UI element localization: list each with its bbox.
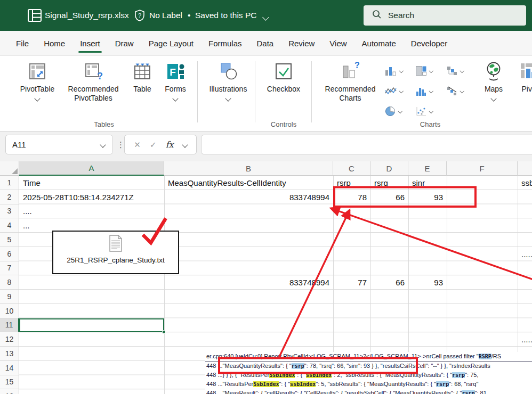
cell-G1[interactable]: ssb [518,176,532,190]
embedded-object-filename: 25R1_RSRP_cplane_Study.txt [67,256,165,264]
line-chart-button[interactable] [385,86,416,96]
pie-chart-button[interactable] [385,106,416,117]
cell-C2[interactable]: 78 [333,190,370,204]
formula-input[interactable] [201,135,532,154]
tab-file[interactable]: File [9,31,36,55]
name-box[interactable]: A11 [5,135,113,154]
excel-app-icon [28,9,42,24]
row-header-15[interactable]: 15 [0,375,19,390]
name-box-chevron-icon[interactable] [100,142,106,147]
tab-home[interactable]: Home [36,31,72,55]
column-header-C[interactable]: C [333,161,370,176]
tab-draw[interactable]: Draw [108,31,141,55]
maps-globe-icon [485,60,503,83]
tab-automate[interactable]: Automate [354,31,404,55]
tab-developer[interactable]: Developer [404,31,455,55]
cell-E8[interactable]: 93 [408,275,447,290]
maps-button[interactable]: Maps [479,60,509,101]
hierarchy-chart-button[interactable] [447,66,478,76]
cell-B1[interactable]: MeasQuantityResults-CellIdentity [164,176,333,190]
cell-C1[interactable]: rsrp [333,176,370,190]
row-header-12[interactable]: 12 [0,332,19,347]
chevron-down-icon [172,95,178,101]
tab-review[interactable]: Review [281,31,322,55]
formula-chevron-icon[interactable] [182,142,188,147]
recommended-pivottables-button[interactable]: ? Recommended PivotTables [60,60,127,103]
search-input[interactable]: Search [364,5,526,26]
cell-G6[interactable]: ..... [518,247,532,261]
chevron-down-icon [429,109,433,113]
hierarchy-chart-icon [447,66,457,76]
pivotchart-button[interactable]: Pivot [511,60,532,94]
row-header-1[interactable]: 1 [0,176,19,190]
row-header-14[interactable]: 14 [0,361,19,375]
cell-E2[interactable]: 93 [408,190,447,204]
row-header-9[interactable]: 9 [0,290,19,304]
treemap-chart-button[interactable] [416,66,447,76]
sensitivity-label[interactable]: No Label [149,0,182,31]
row-header-6[interactable]: 6 [0,247,19,261]
log-text: er.cpp:640 [ueIdCu:0] Report PhyCellId:<… [206,353,479,359]
cell-D1[interactable]: rsrq [370,176,408,190]
save-status-chevron-icon[interactable] [263,12,268,22]
column-header-B[interactable]: B [164,161,333,176]
group-label-charts: Charts [316,120,532,128]
cell-G12[interactable]: ..... [518,332,532,347]
embedded-object[interactable]: 25R1_RSRP_cplane_Study.txt [52,231,179,274]
row-header-7[interactable]: 7 [0,261,19,276]
sensitivity-shield-icon: ? [134,10,145,23]
column-header-F[interactable]: F [447,161,518,176]
pivottable-icon [27,60,47,83]
column-header-D[interactable]: D [370,161,408,176]
checkbox-button[interactable]: Checkbox [261,60,306,94]
illustrations-button[interactable]: Illustrations [204,60,253,101]
cell-E1[interactable]: sinr [408,176,447,190]
select-all-corner[interactable] [0,161,19,176]
fill-handle[interactable] [162,330,166,334]
waterfall-chart-button[interactable] [447,86,478,96]
cancel-icon[interactable]: ✕ [134,140,141,150]
chevron-down-icon [225,95,231,101]
row-header-16[interactable]: 16 [0,389,19,394]
pivottable-button[interactable]: PivotTable [16,60,59,101]
cell-A3[interactable]: .... [19,204,164,219]
tab-page-layout[interactable]: Page Layout [141,31,201,55]
row-header-8[interactable]: 8 [0,275,19,290]
scatter-chart-button[interactable] [416,106,447,116]
row-header-13[interactable]: 13 [0,347,19,361]
column-header-G[interactable] [518,161,532,176]
cell-B8[interactable]: 833748994 [164,275,333,290]
column-header-E[interactable]: E [408,161,447,176]
cell-D2[interactable]: 66 [370,190,408,204]
forms-icon: F [166,60,185,83]
cell-B2[interactable]: 833748994 [164,190,333,204]
cell-D8[interactable]: 66 [370,275,408,290]
insert-function-icon[interactable]: fx [166,139,174,150]
cell-A1[interactable]: Time [19,176,164,190]
save-status[interactable]: Saved to this PC [195,0,256,31]
row-header-3[interactable]: 3 [0,204,19,219]
row-header-10[interactable]: 10 [0,304,19,318]
row-header-2[interactable]: 2 [0,190,19,204]
column-chart-button[interactable] [385,65,416,76]
row-header-5[interactable]: 5 [0,233,19,247]
tab-view[interactable]: View [322,31,354,55]
cell-A2[interactable]: 2025-05-28T10:58:14.234271Z [19,190,164,204]
forms-button[interactable]: F Forms [159,60,192,101]
tab-data[interactable]: Data [249,31,281,55]
chevron-down-icon [460,69,464,73]
recommended-charts-button[interactable]: ? Recommended Charts [318,60,383,103]
histogram-chart-button[interactable] [416,86,447,96]
cell-C8[interactable]: 77 [333,275,370,290]
row-header-4[interactable]: 4 [0,218,19,233]
selected-cell-A11 [19,318,164,333]
tab-insert[interactable]: Insert [72,31,108,55]
line-chart-icon [385,86,397,96]
tab-formulas[interactable]: Formulas [201,31,249,55]
formula-bar-options-icon[interactable]: ⋮ [117,135,125,154]
log-text: ": 68, "rsrq" [449,381,478,387]
enter-icon[interactable]: ✓ [150,140,157,150]
table-button[interactable]: Table [128,60,157,94]
row-header-11[interactable]: 11 [0,318,19,333]
column-header-A[interactable]: A [19,161,164,176]
